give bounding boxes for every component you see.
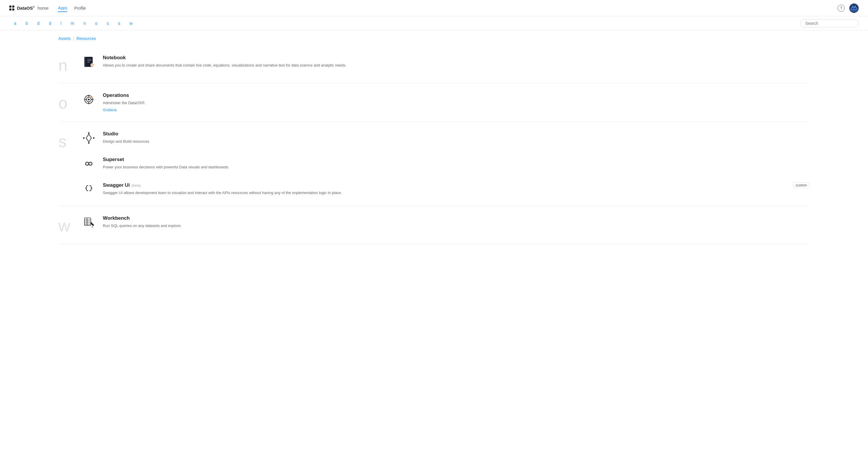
app-swagger: Swagger Ui(beta) Swagger UI allows devel… [82, 182, 810, 196]
alpha-o[interactable]: o [91, 16, 102, 30]
superset-name: Superset [103, 157, 810, 163]
svg-rect-6 [855, 8, 856, 9]
section-items-n: Notebook Allows you to create and share … [82, 55, 810, 69]
main: n [0, 45, 868, 244]
studio-icon [82, 131, 96, 145]
svg-rect-9 [850, 8, 851, 10]
logo-icon [9, 5, 14, 11]
svg-rect-1 [852, 6, 854, 7]
notebook-icon [82, 55, 96, 69]
nav: Apps Profile [58, 4, 86, 12]
breadcrumb-resources[interactable]: Resources [76, 36, 96, 41]
app-notebook: Notebook Allows you to create and share … [82, 55, 810, 69]
operations-link[interactable]: Grafana [103, 108, 810, 112]
section-letter-n: n [58, 55, 82, 73]
notebook-desc: Allows you to create and share documents… [103, 62, 366, 68]
avatar[interactable] [849, 3, 859, 13]
operations-name: Operations [103, 93, 810, 98]
section-n: n [58, 45, 810, 83]
svg-rect-10 [856, 8, 858, 10]
svg-point-31 [88, 132, 90, 134]
search-box [800, 19, 859, 28]
breadcrumb-assets[interactable]: Assets [58, 36, 71, 41]
alpha-d2[interactable]: d [44, 16, 56, 30]
alpha-a[interactable]: a [9, 16, 21, 30]
breadcrumb-sep: | [73, 36, 74, 41]
alpha-m[interactable]: m [66, 16, 79, 30]
swagger-info: Swagger Ui(beta) Swagger UI allows devel… [103, 182, 810, 196]
app-superset: Superset Power your business decisions w… [82, 157, 810, 171]
notebook-info: Notebook Allows you to create and share … [103, 55, 810, 68]
notebook-name: Notebook [103, 55, 810, 61]
svg-rect-12 [84, 57, 87, 67]
workbench-icon [82, 215, 96, 229]
alpha-nav: a b d d l m n o s s w [0, 16, 868, 30]
svg-rect-21 [93, 65, 94, 65]
section-items-s: Studio Design and Build resources Supers… [82, 131, 810, 196]
app-workbench: Workbench Run SQL queries on any dataset… [82, 215, 810, 229]
workbench-desc: Run SQL queries on any datasets and expl… [103, 223, 366, 229]
workbench-name: Workbench [103, 215, 810, 221]
help-icon[interactable]: ? [838, 5, 845, 12]
section-w: w Workbench [58, 206, 810, 244]
nav-apps[interactable]: Apps [58, 4, 67, 12]
section-items-o: Operations Administer the DataOS®. Grafa… [82, 93, 810, 112]
svg-point-32 [93, 137, 95, 139]
logo-reg: ® [33, 5, 35, 8]
svg-rect-20 [91, 65, 91, 65]
svg-rect-18 [92, 63, 93, 64]
header: DataOS® home Apps Profile ? [0, 0, 868, 16]
alpha-b[interactable]: b [21, 16, 33, 30]
swagger-icon [82, 182, 96, 196]
svg-rect-2 [855, 6, 856, 7]
app-operations: Operations Administer the DataOS®. Grafa… [82, 93, 810, 112]
alpha-w[interactable]: w [125, 16, 137, 30]
svg-rect-35 [84, 218, 91, 226]
nav-profile[interactable]: Profile [74, 5, 86, 12]
svg-rect-7 [853, 9, 855, 10]
operations-icon [82, 93, 96, 106]
section-o: o [58, 83, 810, 122]
operations-desc: Administer the DataOS®. [103, 100, 366, 106]
alpha-l[interactable]: l [56, 16, 66, 30]
app-studio: Studio Design and Build resources [82, 131, 810, 145]
swagger-custom-badge: custom [793, 182, 810, 188]
superset-info: Superset Power your business decisions w… [103, 157, 810, 170]
superset-desc: Power your business decisions with power… [103, 164, 366, 170]
swagger-beta: (beta) [132, 183, 141, 188]
superset-icon [82, 157, 96, 171]
svg-point-33 [88, 142, 90, 143]
operations-info: Operations Administer the DataOS®. Grafa… [103, 93, 810, 112]
svg-rect-3 [851, 7, 856, 8]
header-right: ? [838, 3, 859, 13]
alpha-d1[interactable]: d [33, 16, 44, 30]
svg-point-30 [91, 96, 92, 98]
logo: DataOS® home [9, 5, 49, 11]
swagger-name: Swagger Ui(beta) [103, 182, 810, 188]
svg-rect-8 [851, 10, 856, 12]
svg-point-34 [83, 137, 85, 139]
swagger-desc: Swagger UI allows development team to vi… [103, 190, 366, 196]
breadcrumb: Assets | Resources [0, 30, 868, 45]
studio-name: Studio [103, 131, 810, 137]
svg-rect-5 [852, 8, 854, 9]
alpha-s2[interactable]: s [114, 16, 125, 30]
section-items-w: Workbench Run SQL queries on any dataset… [82, 215, 810, 229]
logo-home: home [38, 5, 49, 10]
section-s: s Studio Design and [58, 122, 810, 206]
section-letter-w: w [58, 215, 82, 234]
alpha-s1[interactable]: s [102, 16, 114, 30]
search-input[interactable] [800, 19, 859, 28]
workbench-info: Workbench Run SQL queries on any dataset… [103, 215, 810, 229]
svg-marker-41 [92, 227, 93, 227]
svg-rect-19 [92, 66, 93, 67]
logo-text: DataOS® [17, 5, 35, 10]
alpha-n[interactable]: n [79, 16, 91, 30]
svg-point-24 [88, 99, 90, 100]
studio-desc: Design and Build resources [103, 139, 366, 144]
section-letter-s: s [58, 131, 82, 150]
section-letter-o: o [58, 93, 82, 111]
studio-info: Studio Design and Build resources [103, 131, 810, 144]
